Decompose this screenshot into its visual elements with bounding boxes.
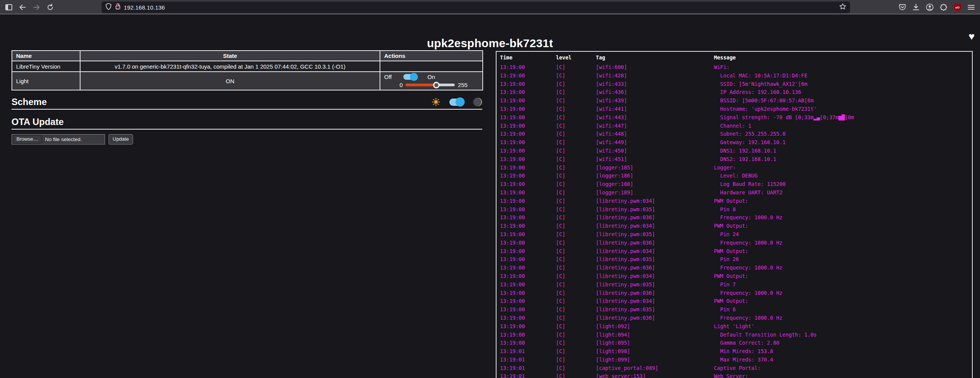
scheme-section-header: Scheme (12, 97, 482, 107)
url-text[interactable]: 192.168.10.136 (124, 4, 165, 11)
log-level: [C] (556, 205, 596, 214)
log-row: 13:19:00[C][libretiny.pwm:036] Frequency… (500, 239, 972, 247)
pocket-icon[interactable] (896, 2, 908, 13)
browse-button[interactable]: Browse… (13, 135, 42, 144)
tracking-shield-icon[interactable] (105, 3, 112, 12)
log-tag: [wifi:450] (596, 147, 714, 155)
log-message: DNS1: 192.168.10.1 (714, 147, 972, 155)
scheme-toggle-knob (455, 97, 465, 107)
log-row: 13:19:00[C][wifi:448] Subnet: 255.255.25… (500, 130, 972, 138)
log-message: PWM Output: (714, 297, 972, 306)
log-time: 13:19:00 (500, 155, 556, 164)
menu-icon[interactable] (965, 2, 977, 13)
firmware-file-input[interactable]: Browse… No file selected. (12, 134, 105, 145)
log-row: 13:19:00[C][libretiny.pwm:034]PWM Output… (500, 197, 972, 205)
log-tag: [libretiny.pwm:034] (596, 272, 714, 281)
log-row: 13:19:01[C][light:099] Max Mireds: 370.4 (500, 356, 972, 364)
log-row: 13:19:00[C][logger:186] Level: DEBUG (500, 172, 972, 180)
entity-name: LibreTiny Version (12, 61, 80, 72)
log-row: 13:19:00[C][wifi:450] DNS1: 192.168.10.1 (500, 147, 972, 155)
log-tag: [logger:189] (596, 189, 714, 197)
page-title: upk2esphome-bk7231t (0, 37, 980, 50)
log-message: Hostname: 'upk2esphome-bk7231t' (714, 105, 972, 113)
log-tag: [wifi:428] (596, 72, 714, 80)
back-icon[interactable] (17, 2, 28, 13)
light-off-label: Off (384, 74, 392, 80)
log-time: 13:19:00 (500, 289, 556, 297)
log-tag: [libretiny.pwm:035] (596, 281, 714, 289)
log-level: [C] (556, 147, 596, 155)
log-tag: [libretiny.pwm:035] (596, 230, 714, 239)
table-header-row: Name State Actions (12, 51, 483, 61)
log-row: 13:19:00[C][libretiny.pwm:035] Pin 7 (500, 281, 972, 289)
log-level: [C] (556, 72, 596, 80)
log-level: [C] (556, 331, 596, 339)
log-row: 13:19:00[C][libretiny.pwm:035] Pin 26 (500, 255, 972, 264)
log-tag: [light:095] (596, 339, 714, 347)
account-icon[interactable] (924, 2, 936, 13)
log-level: [C] (556, 97, 596, 105)
col-header-actions: Actions (380, 51, 483, 61)
log-col-tag: Tag (596, 54, 714, 61)
log-tag: [wifi:441] (596, 105, 714, 113)
log-level: [C] (556, 247, 596, 256)
ublock-origin-icon[interactable]: uO (952, 2, 963, 13)
sidebar-toggle-icon[interactable] (3, 2, 15, 13)
url-bar[interactable]: 192.168.10.136 (102, 2, 850, 13)
log-panel[interactable]: Time level Tag Message 13:19:00[C][wifi:… (496, 51, 973, 378)
bookmark-star-icon[interactable] (839, 3, 846, 12)
log-row: 13:19:00[C][wifi:433] SSID: [5m'Nighthaw… (500, 80, 972, 89)
log-row: 13:19:00[C][wifi:451] DNS2: 192.168.10.1 (500, 155, 972, 164)
log-time: 13:19:00 (500, 222, 556, 230)
log-tag: [light:098] (596, 347, 714, 356)
log-time: 13:19:01 (500, 364, 556, 373)
forward-icon[interactable] (31, 2, 42, 13)
file-status-text: No file selected. (43, 136, 86, 142)
log-time: 13:19:00 (500, 322, 556, 331)
log-level: [C] (556, 297, 596, 306)
log-message: PWM Output: (714, 272, 972, 281)
log-time: 13:19:00 (500, 214, 556, 222)
log-col-message: Message (714, 54, 972, 61)
scheme-toggle[interactable] (449, 99, 464, 106)
log-tag: [libretiny.pwm:034] (596, 222, 714, 230)
log-row: 13:19:01[C][light:098] Min Mireds: 153.8 (500, 347, 972, 356)
log-time: 13:19:00 (500, 230, 556, 239)
log-message: Frequency: 1000.0 Hz (714, 214, 972, 222)
log-message: Log Baud Rate: 115200 (714, 180, 972, 189)
log-message: Local MAC: 10:5A:17:D1:D4:FE (714, 72, 972, 80)
log-time: 13:19:00 (500, 80, 556, 89)
brightness-slider[interactable] (406, 84, 455, 86)
entity-state: ON (80, 72, 380, 90)
log-time: 13:19:00 (500, 105, 556, 113)
log-tag: [light:099] (596, 356, 714, 364)
light-toggle[interactable] (403, 74, 417, 80)
brightness-slider-thumb[interactable] (433, 82, 439, 88)
downloads-icon[interactable] (910, 2, 922, 13)
log-tag: [libretiny.pwm:034] (596, 297, 714, 306)
log-level: [C] (556, 356, 596, 364)
light-on-label: On (428, 74, 435, 80)
log-time: 13:19:00 (500, 172, 556, 180)
log-row: 13:19:00[C][libretiny.pwm:034]PWM Output… (500, 247, 972, 256)
log-row: 13:19:00[C][wifi:436] IP Address: 192.16… (500, 88, 972, 97)
log-header: Time level Tag Message (500, 52, 972, 63)
log-level: [C] (556, 155, 596, 164)
log-message: PWM Output: (714, 222, 972, 230)
log-time: 13:19:00 (500, 272, 556, 281)
log-message: Signal strength: -70 dB [0;33m▂▄[0;37m▆█… (714, 113, 972, 122)
log-tag: [wifi:600] (596, 63, 714, 72)
log-tag: [libretiny.pwm:034] (596, 197, 714, 205)
log-level: [C] (556, 222, 596, 230)
log-tag: [wifi:447] (596, 122, 714, 130)
log-level: [C] (556, 214, 596, 222)
reload-icon[interactable] (44, 2, 56, 13)
log-tag: [wifi:439] (596, 97, 714, 105)
log-tag: [logger:186] (596, 172, 714, 180)
log-message: DNS2: 192.168.10.1 (714, 155, 972, 164)
extensions-icon[interactable] (938, 2, 949, 13)
insecure-lock-icon[interactable] (115, 3, 121, 12)
log-row: 13:19:00[C][libretiny.pwm:036] Frequency… (500, 314, 972, 322)
log-message: IP Address: 192.168.10.136 (714, 88, 972, 97)
update-button[interactable]: Update (109, 134, 133, 145)
